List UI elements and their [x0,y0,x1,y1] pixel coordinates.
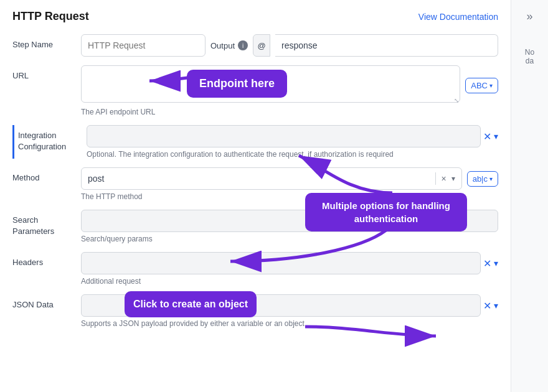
step-name-field-row: Output i @ [81,34,498,57]
headers-field: ✕ ▾ Additional request [81,252,498,286]
headers-input[interactable] [81,252,481,274]
no-data-text: No da [525,48,534,65]
method-type-badge[interactable]: ab|c ▾ [467,171,498,187]
resize-handle: ⤡ [454,97,459,104]
no-data-panel: No da [525,35,534,65]
json-data-hint: Supports a JSON payload provided by eith… [81,319,498,328]
method-divider [435,172,436,185]
integration-hint: Optional. The integration configuration … [87,150,498,159]
json-data-dropdown-icon[interactable]: ▾ [494,301,498,310]
integration-field-row: ✕ ▾ [87,125,498,147]
method-type-chevron-icon: ▾ [489,175,493,182]
right-panel: » No da [511,0,548,392]
method-field-row: post × ▾ ab|c ▾ [81,167,498,190]
expand-icon[interactable]: » [526,10,532,23]
headers-dropdown-icon[interactable]: ▾ [494,258,498,268]
integration-field: ✕ ▾ Optional. The integration configurat… [87,125,498,159]
url-label: URL [12,65,81,82]
integration-clear-icon[interactable]: ✕ [483,131,491,142]
callout-object: Click to create an object [125,291,257,317]
panel-title: HTTP Request [12,10,89,23]
at-symbol: @ [253,34,270,57]
url-type-chevron-icon: ▾ [489,82,493,89]
step-name-field: Output i @ [81,34,498,57]
integration-input-wrapper: ✕ ▾ [87,125,498,147]
integration-dropdown-icon[interactable]: ▾ [494,131,498,141]
integration-row: Integration Configuration ✕ ▾ Optional. … [12,125,498,159]
json-data-clear-icon[interactable]: ✕ [483,300,491,312]
step-name-input[interactable] [81,34,206,57]
integration-label: Integration Configuration [18,125,87,152]
search-params-hint: Search/query params [81,235,498,243]
panel-header: HTTP Request View Documentation [12,10,498,23]
url-hint: The API endpoint URL [81,108,498,116]
url-field-row: ⤡ ABC ▾ [81,65,498,105]
headers-input-wrapper: ✕ ▾ [81,252,498,274]
callout-auth: Multiple options for handling authentica… [305,193,467,231]
method-value: post [88,174,430,184]
json-data-label: JSON Data [12,294,81,310]
url-type-badge[interactable]: ABC ▾ [465,78,498,93]
method-label: Method [12,167,81,184]
integration-input[interactable] [87,125,481,147]
output-info-icon[interactable]: i [238,40,248,50]
callout-endpoint: Endpoint here [187,70,287,98]
output-label: Output i [210,40,248,50]
method-chevron-icon[interactable]: ▾ [451,174,455,183]
search-params-label: Search Parameters [12,210,81,237]
method-clear-icon[interactable]: × [441,174,446,184]
headers-hint: Additional request [81,277,498,286]
method-select[interactable]: post × ▾ [81,167,462,190]
headers-clear-icon[interactable]: ✕ [483,258,491,269]
form-panel: HTTP Request View Documentation Step Nam… [0,0,511,392]
step-name-label: Step Name [12,34,81,50]
url-field: ⤡ ABC ▾ The API endpoint URL [81,65,498,116]
step-name-row: Step Name Output i @ [12,34,498,57]
headers-row: Headers ✕ ▾ Additional request [12,252,498,286]
headers-label: Headers [12,252,81,268]
response-input[interactable] [275,34,498,57]
view-documentation-link[interactable]: View Documentation [418,12,498,22]
headers-field-row: ✕ ▾ [81,252,498,274]
